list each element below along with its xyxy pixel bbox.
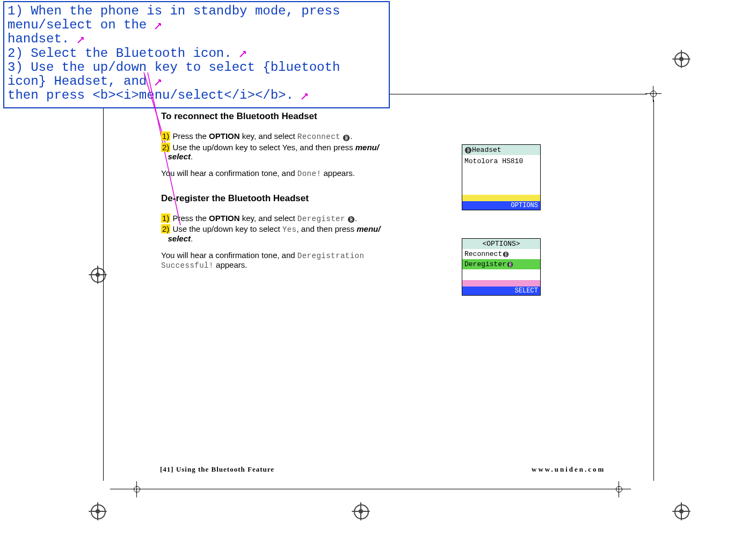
footer-chapter: Using the Bluetooth Feature: [174, 465, 274, 473]
lcd-text: Reconnect: [297, 133, 340, 141]
note-text: You will hear a confirmation tone, and: [161, 251, 297, 260]
anchor-marker-icon: [77, 32, 86, 46]
lcd-text: Deregistration: [297, 252, 365, 260]
step-number: 1): [161, 131, 170, 141]
screen1-row: Motolora HS810: [464, 156, 538, 166]
screen2-row-selected: Deregister: [462, 259, 540, 269]
annotation-line1b: handset.: [8, 32, 69, 47]
step-text: Use the up/down key to select: [170, 224, 282, 233]
menu-select-label: menu/: [355, 143, 379, 152]
lcd-text: Successful!: [161, 261, 214, 270]
section2-step1: 1) Press the OPTION key, and select Dere…: [161, 214, 440, 224]
anchor-marker-icon: [239, 47, 248, 61]
section1-step1: 1) Press the OPTION key, and select Reco…: [161, 131, 440, 142]
annotation-line2: 2) Select the Bluetooth icon.: [8, 46, 232, 61]
screen2-row-label: Reconnect: [464, 250, 502, 258]
screen1-band: [462, 195, 540, 201]
step-text: Use the up/down key to select Yes, and t…: [170, 143, 355, 152]
bluetooth-icon: [464, 146, 472, 154]
key-label: OPTION: [209, 131, 240, 141]
step-text: Press the: [170, 131, 209, 141]
screen1-body: Motolora HS810: [462, 155, 540, 195]
svg-line-0: [155, 24, 161, 29]
screen2-band: [462, 280, 540, 287]
step-text: .: [191, 234, 193, 243]
screen2-row-label: Deregister: [464, 260, 506, 268]
section2-step2: 2) Use the up/down key to select Yes, an…: [161, 224, 440, 243]
regmark-icon: [129, 481, 145, 497]
section1-note: You will hear a confirmation tone, and D…: [161, 168, 440, 178]
screen2-header: <OPTIONS>: [462, 239, 540, 249]
step-text: , and then press: [297, 224, 357, 233]
crop-hline: [110, 489, 631, 489]
phone-screen-1: Headset Motolora HS810 OPTIONS: [462, 144, 541, 210]
section2-title: De-register the Bluetooth Headset: [161, 193, 440, 204]
section2-note: You will hear a confirmation tone, and D…: [161, 251, 440, 270]
target-icon: [672, 50, 690, 68]
svg-line-9: [155, 80, 161, 85]
key-label: OPTION: [209, 214, 240, 223]
crop-vline: [653, 100, 654, 481]
footer-left: [41] Using the Bluetooth Feature: [160, 465, 274, 474]
annotation-line3b: then press <b><i>menu/select</i></b>.: [8, 89, 294, 103]
anchor-marker-icon: [301, 89, 310, 102]
svg-line-12: [302, 94, 307, 99]
page-number: [41]: [160, 465, 174, 473]
step-text: key, and select: [240, 214, 297, 223]
target-icon: [352, 502, 370, 520]
screen1-header: Headset: [462, 145, 540, 155]
step-text: .: [355, 214, 357, 223]
step-number: 2): [161, 224, 170, 233]
step-number: 1): [161, 214, 170, 223]
crop-vline: [103, 100, 104, 481]
screen2-body: Reconnect Deregister: [462, 249, 540, 280]
annotation-line1: 1) When the phone is in standby mode, pr…: [8, 4, 340, 32]
menu-select-label: select: [168, 152, 191, 161]
lcd-text: Done!: [297, 170, 322, 178]
note-text: appears.: [214, 260, 248, 269]
screen2-row: Reconnect: [462, 249, 540, 259]
footer-right: www.uniden.com: [532, 465, 605, 474]
bluetooth-icon: [502, 250, 510, 258]
step-text: .: [350, 131, 352, 141]
step-number: 2): [161, 143, 170, 152]
menu-select-label: select: [168, 234, 191, 243]
bluetooth-icon: [343, 133, 350, 142]
annotation-box: 1) When the phone is in standby mode, pr…: [3, 1, 390, 108]
note-text: You will hear a confirmation tone, and: [161, 168, 297, 178]
screen2-softkey: SELECT: [462, 287, 540, 295]
section1-step2: 2) Use the up/down key to select Yes, an…: [161, 143, 440, 161]
step-text: key, and select: [240, 131, 297, 141]
bluetooth-icon: [347, 214, 355, 223]
svg-line-3: [78, 38, 83, 43]
target-icon: [89, 502, 107, 520]
step-text: Press the: [170, 214, 209, 223]
annotation-line3a: 3) Use the up/down key to select {blueto…: [8, 60, 340, 89]
screen1-softkey: OPTIONS: [462, 201, 540, 210]
bluetooth-icon: [506, 260, 514, 268]
target-icon: [89, 266, 107, 284]
main-content: To reconnect the Bluetooth Headset 1) Pr…: [161, 105, 440, 277]
anchor-marker-icon: [155, 75, 163, 89]
note-text: appears.: [321, 168, 355, 178]
svg-line-6: [240, 52, 245, 57]
lcd-text: Deregister: [297, 215, 345, 223]
phone-screen-2: <OPTIONS> Reconnect Deregister SELECT: [462, 238, 541, 296]
lcd-text: Yes: [282, 225, 297, 234]
screen1-title: Headset: [472, 146, 501, 154]
step-text: .: [191, 152, 193, 161]
regmark-icon: [611, 481, 627, 497]
target-icon: [672, 502, 690, 520]
menu-select-label: menu/: [357, 224, 380, 233]
anchor-marker-icon: [155, 18, 163, 32]
section1-title: To reconnect the Bluetooth Headset: [161, 111, 440, 122]
